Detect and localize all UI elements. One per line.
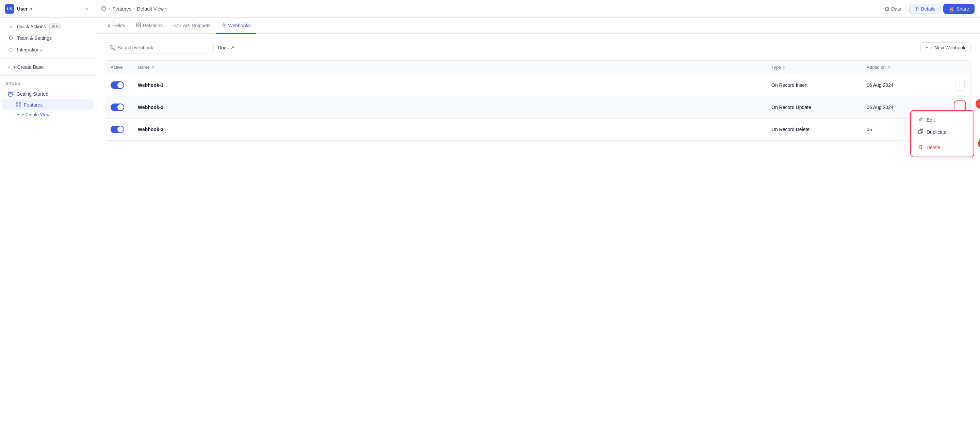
tab-api-snippets[interactable]: </> API Snippets: [168, 18, 216, 34]
toggle-knob: [118, 104, 124, 110]
data-tab-button[interactable]: ⊞ Data: [880, 4, 907, 14]
user-chevron-icon: ▾: [30, 6, 32, 11]
context-menu-delete[interactable]: Delete: [914, 141, 970, 154]
webhook-1-type: On Record Insert: [766, 77, 861, 93]
search-webhook-box[interactable]: 🔍: [105, 42, 214, 53]
external-link-icon: ↗: [231, 45, 234, 50]
search-icon: ⌕: [8, 24, 14, 29]
tab-relations[interactable]: Relations: [130, 18, 168, 34]
webhooks-toolbar: 🔍 Docs ↗ + + New Webhook: [105, 42, 970, 53]
sidebar-item-features[interactable]: Features: [2, 99, 93, 110]
new-webhook-plus-icon: +: [926, 45, 928, 50]
share-button[interactable]: 🔒 Share: [943, 4, 975, 14]
sidebar-item-quick-actions[interactable]: ⌕ Quick Actions ⌘ K: [2, 21, 93, 32]
breadcrumb-db-icon: [101, 5, 107, 12]
team-settings-label: Team & Settings: [17, 35, 52, 41]
create-base-button[interactable]: + + Create Base: [2, 61, 93, 73]
webhook-3-type: On Record Delete: [766, 121, 861, 137]
webhook-3-toggle[interactable]: [111, 126, 124, 133]
user-name: User: [17, 6, 27, 11]
sidebar-item-getting-started[interactable]: Getting Started: [2, 89, 93, 99]
create-view-button[interactable]: + + Create View: [2, 110, 93, 119]
toggle-knob: [118, 82, 124, 88]
svg-point-5: [102, 6, 106, 8]
sidebar-item-integrations[interactable]: ⬡ Integrations: [2, 44, 93, 55]
table-row: Webhook-1 On Record Insert 06 Aug 2024 ⋮: [105, 74, 970, 96]
new-webhook-label: + New Webhook: [930, 45, 966, 50]
table-icon: [16, 102, 21, 108]
header-added-on: Added on ⇅: [861, 61, 950, 74]
breadcrumb-table[interactable]: Features: [113, 6, 131, 11]
webhook-1-active: [105, 76, 132, 94]
quick-actions-kbd: ⌘ K: [49, 24, 60, 29]
context-menu-duplicate[interactable]: Duplicate: [914, 126, 970, 138]
name-sort-icon[interactable]: ⇅: [151, 65, 154, 70]
duplicate-icon: [918, 129, 923, 135]
webhook-2-type: On Record Update: [766, 99, 861, 115]
context-menu-edit[interactable]: Edit: [914, 114, 970, 126]
details-tab-button[interactable]: ◫ Details: [909, 4, 940, 14]
header-name: Name ⇅: [132, 61, 766, 74]
tab-webhooks[interactable]: Webhooks: [216, 18, 256, 34]
create-view-label: + Create View: [22, 112, 50, 117]
webhook-2-name: Webhook-2: [132, 99, 766, 115]
webhooks-icon: [221, 22, 226, 28]
view-tabs: ≡ Fields Relations </> API Snippets: [95, 18, 980, 34]
webhook-2-actions: ⋮ 1 Edit: [950, 96, 970, 118]
svg-rect-7: [139, 23, 140, 24]
webhooks-table: Active Name ⇅ Type ⇅ Added on ⇅: [105, 60, 970, 141]
webhook-3-name: Webhook-3: [132, 121, 766, 137]
webhooks-content: 🔍 Docs ↗ + + New Webhook Active: [95, 34, 980, 427]
header-active: Active: [105, 61, 132, 74]
fields-icon: ≡: [108, 23, 110, 28]
svg-rect-3: [16, 105, 18, 107]
webhook-1-menu-button[interactable]: ⋮: [955, 80, 965, 91]
integrations-icon: ⬡: [8, 47, 14, 53]
breadcrumb-sep2: ›: [134, 6, 135, 11]
sidebar-header: US User ▾ «: [0, 0, 95, 18]
webhook-1-toggle[interactable]: [111, 81, 124, 89]
header-type: Type ⇅: [766, 61, 861, 74]
new-webhook-button[interactable]: + + New Webhook: [920, 42, 970, 53]
quick-actions-label: Quick Actions: [17, 24, 46, 29]
header-actions: [950, 61, 970, 74]
svg-rect-4: [19, 105, 21, 107]
type-sort-icon[interactable]: ⇅: [783, 65, 786, 70]
webhook-3-active: [105, 120, 132, 139]
svg-rect-9: [139, 25, 140, 27]
menu-divider: [914, 140, 970, 140]
create-base-label: + Create Base: [13, 64, 44, 70]
plus-icon-view: +: [17, 112, 20, 117]
sidebar: US User ▾ « ⌕ Quick Actions ⌘ K ⚙ Team &…: [0, 0, 95, 427]
sidebar-bases-section: Bases Getting Started Features: [0, 76, 95, 123]
toolbar-left: 🔍 Docs ↗: [105, 42, 234, 53]
svg-rect-1: [16, 102, 18, 104]
sidebar-collapse-button[interactable]: «: [84, 5, 90, 13]
topbar: › Features › Default View ▾ ⊞ Data ◫ Det…: [95, 0, 980, 18]
grid-icon: ⊞: [885, 6, 889, 11]
lock-icon: 🔒: [949, 6, 955, 11]
sidebar-item-team-settings[interactable]: ⚙ Team & Settings: [2, 32, 93, 44]
webhook-2-toggle[interactable]: [111, 104, 124, 111]
edit-icon: [918, 117, 923, 123]
details-icon: ◫: [914, 6, 919, 11]
breadcrumb-view[interactable]: Default View ▾: [137, 6, 167, 11]
breadcrumb: › Features › Default View ▾: [101, 5, 167, 12]
api-icon: </>: [173, 23, 181, 28]
docs-link[interactable]: Docs ↗: [218, 45, 234, 50]
user-menu[interactable]: US User ▾: [5, 4, 32, 14]
search-icon: 🔍: [109, 45, 115, 50]
topbar-actions: ⊞ Data ◫ Details 🔒 Share: [880, 4, 975, 14]
table-header: Active Name ⇅ Type ⇅ Added on ⇅: [105, 61, 970, 74]
context-menu: Edit Duplicate: [912, 112, 973, 156]
svg-rect-12: [918, 131, 921, 134]
search-input[interactable]: [118, 45, 209, 50]
webhook-2-active: [105, 98, 132, 116]
svg-rect-6: [137, 23, 138, 24]
bases-section-label: Bases: [0, 80, 95, 89]
svg-rect-2: [19, 102, 21, 104]
getting-started-label: Getting Started: [16, 91, 48, 97]
table-row: Webhook-3 On Record Delete 06 ⋮: [105, 118, 970, 140]
added-on-sort-icon[interactable]: ⇅: [888, 65, 891, 70]
tab-fields[interactable]: ≡ Fields: [102, 18, 130, 34]
